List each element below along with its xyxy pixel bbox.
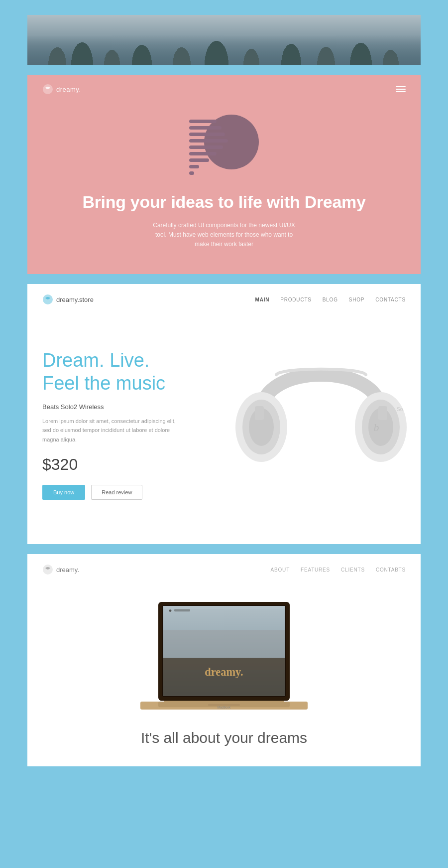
read-review-button[interactable]: Read review [91,485,142,500]
laptop-logo: dreamy. [42,564,79,575]
store-hero-left: Dream. Live. Feel the music Beats Solo2 … [42,349,406,499]
store-hero-headline: Dream. Live. Feel the music [42,349,406,395]
headline-line1: Dream. Live. [42,350,149,371]
gap-bottom [0,766,448,776]
store-nav-contacts[interactable]: CONTACTS [375,297,406,302]
svg-text:dreamy.: dreamy. [205,666,243,678]
svg-text:MacBook: MacBook [218,706,231,709]
hamburger-menu[interactable] [396,86,406,92]
line-4 [189,139,228,143]
line-7 [189,158,209,162]
headline-line2: Feel the music [42,373,165,394]
pink-logo: dreamy. [42,84,81,95]
laptop-visual: dreamy. MacBook [42,590,406,718]
line-dot [189,171,194,175]
store-nav-main[interactable]: MAIN [255,297,270,302]
line-6 [189,152,217,155]
store-nav-shop[interactable]: SHOP [349,297,365,302]
svg-point-21 [169,609,172,612]
store-hero: Dream. Live. Feel the music Beats Solo2 … [42,320,406,529]
line-8 [189,165,199,168]
laptop-footer-title: It's all about your dreams [42,729,406,746]
laptop-nav-features[interactable]: FEATURES [301,567,330,573]
gap-top [0,0,448,15]
store-logo: dreamy.store [42,294,94,305]
store-nav: dreamy.store MAIN PRODUCTS BLOG SHOP CON… [42,294,406,305]
svg-rect-23 [163,606,285,609]
pink-logo-icon [42,84,53,95]
dreamy-logo-mark [189,110,259,179]
store-product-name: Beats Solo2 Wireless [42,403,406,411]
section-pink-hero: dreamy. [27,75,421,274]
store-hero-desc: Lorem ipsum dolor sit amet, consectetur … [42,417,182,444]
store-nav-links: MAIN PRODUCTS BLOG SHOP CONTACTS [255,297,406,302]
laptop-logo-text: dreamy. [56,566,79,574]
pink-hero-title: Bring your ideas to life with Dreamy [82,191,365,213]
laptop-nav-contabts[interactable]: CONTABTS [376,567,406,573]
store-logo-text: dreamy.store [56,296,94,303]
page-wrapper: dreamy. [0,0,448,776]
store-logo-icon [42,294,53,305]
line-3 [189,133,225,136]
hamburger-line-1 [396,86,406,87]
section-forest [27,15,421,65]
line-5 [189,145,223,149]
hamburger-line-3 [396,91,406,92]
section-store: dreamy.store MAIN PRODUCTS BLOG SHOP CON… [27,284,421,544]
store-nav-products[interactable]: PRODUCTS [280,297,312,302]
store-nav-blog[interactable]: BLOG [323,297,338,302]
dreamy-lines [189,120,228,175]
pink-hero-subtitle: Carefully crafted UI components for the … [149,221,299,250]
section-laptop: dreamy. ABOUT FEATURES CLIENTS CONTABTS [27,554,421,766]
gap-pink-to-store [0,274,448,284]
store-buttons: Buy now Read review [42,485,406,500]
laptop-logo-icon [42,564,53,575]
laptop-nav-clients[interactable]: CLIENTS [341,567,365,573]
store-price: $320 [42,455,406,474]
line-1 [189,120,217,123]
gap-store-to-laptop [0,544,448,554]
svg-rect-22 [174,609,190,611]
buy-now-button[interactable]: Buy now [42,485,85,500]
laptop-nav-links: ABOUT FEATURES CLIENTS CONTABTS [271,567,406,573]
pink-hero-content: Bring your ideas to life with Dreamy Car… [42,110,406,249]
line-2 [189,126,222,130]
pink-nav: dreamy. [42,84,406,95]
hamburger-line-2 [396,89,406,90]
laptop-nav-about[interactable]: ABOUT [271,567,290,573]
laptop-illustration: dreamy. MacBook [124,590,324,718]
laptop-nav: dreamy. ABOUT FEATURES CLIENTS CONTABTS [42,564,406,575]
pink-logo-text: dreamy. [56,86,81,93]
gap-forest-to-pink [0,65,448,75]
